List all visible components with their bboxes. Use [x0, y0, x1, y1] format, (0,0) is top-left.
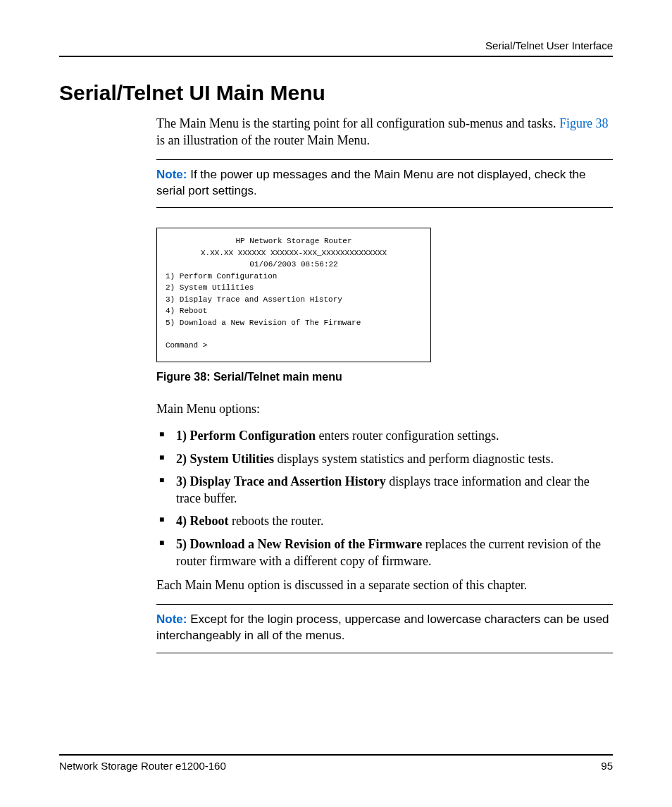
options-intro: Main Menu options: [156, 400, 613, 417]
terminal-datetime: 01/06/2003 08:56:22 [166, 259, 422, 271]
terminal-prompt: Command > [166, 340, 422, 352]
option-name: 1) Perform Configuration [176, 429, 316, 443]
option-desc: displays system statistics and perform d… [274, 452, 554, 466]
list-item: 2) System Utilities displays system stat… [156, 450, 613, 467]
option-name: 5) Download a New Revision of the Firmwa… [176, 537, 422, 551]
terminal-item: 4) Reboot [166, 305, 422, 317]
option-desc: enters router configuration settings. [316, 429, 499, 443]
terminal-screenshot: HP Network Storage Router X.XX.XX XXXXXX… [156, 228, 431, 362]
option-name: 2) System Utilities [176, 452, 274, 466]
option-name: 4) Reboot [176, 514, 229, 528]
option-name: 3) Display Trace and Assertion History [176, 474, 386, 488]
page-footer: Network Storage Router e1200-160 95 [59, 754, 613, 772]
terminal-item: 2) System Utilities [166, 282, 422, 294]
figure-caption: Figure 38: Serial/Telnet main menu [156, 371, 613, 383]
footer-rule [59, 754, 613, 756]
footer-doc-title: Network Storage Router e1200-160 [59, 760, 226, 772]
intro-text-2: is an illustration of the router Main Me… [156, 133, 370, 147]
note-label: Note: [156, 168, 187, 181]
list-item: 4) Reboot reboots the router. [156, 512, 613, 529]
note-text: If the power up messages and the Main Me… [156, 168, 586, 197]
section-heading: Serial/Telnet UI Main Menu [59, 81, 613, 105]
list-item: 3) Display Trace and Assertion History d… [156, 473, 613, 507]
note-label: Note: [156, 612, 187, 626]
terminal-item: 3) Display Trace and Assertion History [166, 294, 422, 306]
running-header: Serial/Telnet User Interface [59, 39, 613, 51]
list-item: 1) Perform Configuration enters router c… [156, 427, 613, 444]
list-item: 5) Download a New Revision of the Firmwa… [156, 536, 613, 570]
footer-page-number: 95 [601, 760, 613, 772]
terminal-title: HP Network Storage Router [166, 235, 422, 247]
terminal-item: 1) Perform Configuration [166, 271, 422, 283]
header-rule [59, 56, 613, 57]
note-block-1: Note: If the power up messages and the M… [156, 159, 613, 209]
note-text: Except for the login process, uppercase … [156, 612, 609, 642]
note-block-2: Note: Except for the login process, uppe… [156, 604, 613, 653]
figure-ref-link[interactable]: Figure 38 [559, 116, 609, 130]
option-desc: reboots the router. [229, 514, 324, 528]
intro-paragraph: The Main Menu is the starting point for … [156, 115, 613, 149]
terminal-version: X.XX.XX XXXXXX XXXXXX-XXX_XXXXXXXXXXXXXX [166, 247, 422, 259]
options-list: 1) Perform Configuration enters router c… [156, 427, 613, 569]
closing-paragraph: Each Main Menu option is discussed in a … [156, 577, 613, 593]
terminal-item: 5) Download a New Revision of The Firmwa… [166, 317, 422, 329]
intro-text-1: The Main Menu is the starting point for … [156, 116, 559, 130]
